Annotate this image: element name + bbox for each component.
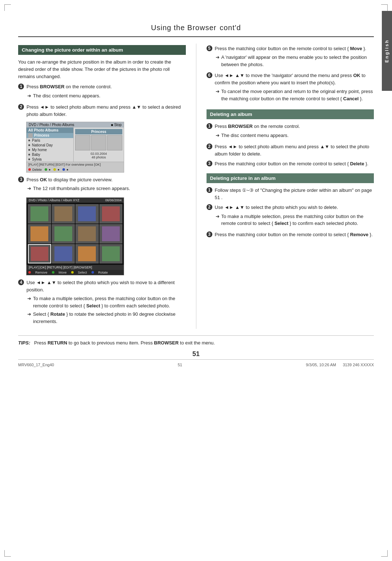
screen2-thumb-grid xyxy=(26,203,124,265)
del-pic-step-1-num: 1 xyxy=(207,187,212,193)
del-pic-step-3: 3 Press the matching color button on the… xyxy=(207,231,374,238)
del-pic-step-3-num: 3 xyxy=(207,231,212,237)
thumb2-12 xyxy=(99,244,123,263)
del-album-step-2-content: Press ◄► to select photo album menu and … xyxy=(215,143,374,158)
step-3-num: 3 xyxy=(18,177,24,182)
album-item-sylvia: Sylvia xyxy=(26,157,73,162)
left-section-intro: You can re-arrange the picture position … xyxy=(18,58,186,80)
thumb2-11 xyxy=(75,244,99,263)
del-pic-step-2-content: Use ◄► ▲▼ to select the photo which you … xyxy=(215,204,374,228)
screen1-left-panel: All Photo Albums Princess Paris National… xyxy=(26,128,74,162)
del-album-step-3-content: Press the matching color button on the r… xyxy=(215,160,374,168)
del-album-step-2-num: 2 xyxy=(207,144,212,149)
step-4-arrow-2: ➜ Select { Rotate } to rotate the select… xyxy=(26,311,186,325)
step-6-arrow: ➜ To cancel the move operation and retur… xyxy=(215,88,374,102)
page-title-bar: Using the Browser cont'd xyxy=(18,11,374,37)
screen1-body: All Photo Albums Princess Paris National… xyxy=(26,128,124,162)
tips-label: TIPS: xyxy=(18,340,30,346)
step-4-content: Use ◄► ▲▼ to select the photo which you … xyxy=(26,279,186,326)
album-item-princess: Princess xyxy=(26,133,73,138)
right-column: 5 Press the matching color button on the… xyxy=(196,44,374,329)
del-pic-step-1: 1 Follow steps ①~③ of "Changing the pict… xyxy=(207,187,374,201)
thumb2-3 xyxy=(75,204,99,223)
corner-mark-br xyxy=(381,550,388,557)
screen-mockup-2: DVD / Photo / Albums / Album XYZ 06/06/2… xyxy=(26,197,124,275)
thumb-3 xyxy=(107,135,122,150)
del-pic-step-3-content: Press the matching color button on the r… xyxy=(215,231,374,238)
screen1-delete-bar: Delete ● ● ● xyxy=(26,167,124,172)
del-pic-step-1-content: Follow steps ①~③ of "Changing the pictur… xyxy=(215,187,374,201)
del-album-step-3: 3 Press the matching color button on the… xyxy=(207,160,374,168)
page-title: Using the Browser cont'd xyxy=(151,21,241,32)
screen1-right-panel: Princess 02.03.2004 48 photos xyxy=(74,128,124,162)
step-1-num: 1 xyxy=(18,84,24,89)
thumb2-6 xyxy=(52,224,75,243)
thumb2-8 xyxy=(99,224,123,243)
thumb2-2 xyxy=(52,204,75,223)
step-6-content: Use ◄► ▲▼ to move the 'navigator' around… xyxy=(215,72,374,104)
step-5: 5 Press the matching color button on the… xyxy=(207,45,374,69)
tips-bar: TIPS: Press RETURN to go back to previou… xyxy=(18,335,374,347)
deleting-album-header: Deleting an album xyxy=(207,109,374,119)
step-2-content: Press ◄► to select photo album menu and … xyxy=(26,104,186,118)
language-label: English xyxy=(384,39,389,62)
footer-left: MRV660_17_Eng40 xyxy=(18,363,54,367)
step-5-arrow: ➜ A 'navigator' will appear on the menu … xyxy=(215,54,374,68)
page-footer: MRV660_17_Eng40 51 9/3/05, 10:26 AM 3139… xyxy=(18,359,374,370)
thumb-1 xyxy=(75,135,90,150)
screen1-bottom-bar: [PLAY] [RETURN] [EDIT] For overview pres… xyxy=(26,162,124,167)
step-1: 1 Press BROWSER on the remote control. ➜… xyxy=(18,83,186,101)
step-4: 4 Use ◄► ▲▼ to select the photo which yo… xyxy=(18,279,186,326)
thumb2-10 xyxy=(52,244,75,263)
left-column: Changing the picture order within an alb… xyxy=(18,44,196,329)
screen2-top-bar: DVD / Photo / Albums / Album XYZ 06/06/2… xyxy=(26,198,124,203)
del-pic-step-2-arrow: ➜ To make a multiple selection, press th… xyxy=(215,213,374,227)
step-3-content: Press OK to display the picture overview… xyxy=(26,176,186,194)
step-1-arrow: ➜ The disc content menu appears. xyxy=(26,92,186,100)
step-5-content: Press the matching color button on the r… xyxy=(215,45,374,69)
deleting-picture-header: Deleting picture in an album xyxy=(207,173,374,183)
thumb2-5 xyxy=(28,224,51,243)
step-5-num: 5 xyxy=(207,45,212,51)
main-content: Changing the picture order within an alb… xyxy=(18,37,374,329)
corner-mark-tl xyxy=(4,4,11,11)
thumb2-4 xyxy=(99,204,123,223)
footer-right: 9/3/05, 10:26 AM 3139 246 XXXXX xyxy=(306,363,374,367)
del-album-step-1-arrow: ➜ The disc content menu appears. xyxy=(215,132,374,139)
del-album-step-2: 2 Press ◄► to select photo album menu an… xyxy=(207,143,374,158)
thumb2-7 xyxy=(75,224,99,243)
page-number: 51 xyxy=(18,350,374,358)
del-pic-step-2-num: 2 xyxy=(207,204,212,210)
thumb2-9 xyxy=(28,244,51,263)
step-3: 3 Press OK to display the picture overvi… xyxy=(18,176,186,194)
step-6-num: 6 xyxy=(207,72,212,78)
screen2-bottom: Remove Move Select Rotate xyxy=(26,270,124,275)
album-item-myhome: My home xyxy=(26,148,73,152)
step-2: 2 Press ◄► to select photo album menu an… xyxy=(18,104,186,118)
corner-mark-bl xyxy=(4,550,11,557)
screen1-top-bar: DVD / Photo / Photo Albums ■ Stop xyxy=(26,122,124,128)
del-album-step-1: 1 Press BROWSER on the remote control. ➜… xyxy=(207,123,374,140)
step-4-num: 4 xyxy=(18,279,24,285)
step-2-num: 2 xyxy=(18,104,24,110)
step-4-arrow-1: ➜ To make a multiple selection, press th… xyxy=(26,295,186,309)
footer-center: 51 xyxy=(178,363,182,367)
step-1-content: Press BROWSER on the remote control. ➜ T… xyxy=(26,83,186,101)
step-3-arrow: ➜ The 12 roll thumbnails picture screen … xyxy=(26,185,186,192)
album-item-paris: Paris xyxy=(26,138,73,143)
screen2-controls: [PLAY] [OK] [RETURN] [EDIT] [BROWSER] xyxy=(26,265,124,270)
step-6: 6 Use ◄► ▲▼ to move the 'navigator' arou… xyxy=(207,72,374,104)
album-item-baby: Baby xyxy=(26,152,73,157)
screen1-thumb-grid xyxy=(75,135,122,150)
del-pic-step-2: 2 Use ◄► ▲▼ to select the photo which yo… xyxy=(207,204,374,228)
thumb-2 xyxy=(91,135,106,150)
corner-mark-tr xyxy=(381,4,388,11)
thumb2-1 xyxy=(28,204,51,223)
del-album-step-1-content: Press BROWSER on the remote control. ➜ T… xyxy=(215,123,374,140)
left-section-header: Changing the picture order within an alb… xyxy=(18,45,186,55)
tips-text: Press RETURN to go back to previous menu… xyxy=(32,340,215,346)
album-item-nationalday: National Day xyxy=(26,143,73,148)
del-album-step-3-num: 3 xyxy=(207,161,212,166)
screen-mockup-1: DVD / Photo / Photo Albums ■ Stop All Ph… xyxy=(26,122,124,173)
del-album-step-1-num: 1 xyxy=(207,123,212,129)
